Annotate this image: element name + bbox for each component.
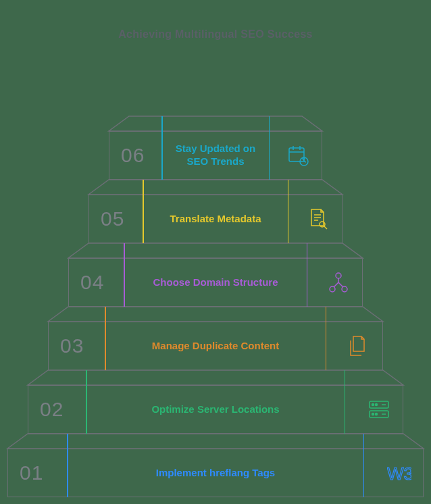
pyramid-diagram: 01 Implement hreflang Tags W3 02 Optimiz… (0, 68, 431, 497)
step-label: Stay Updated on SEO Trends (161, 131, 270, 180)
svg-point-6 (376, 404, 378, 406)
step-label: Manage Duplicate Content (105, 322, 326, 370)
step-number: 05 (101, 207, 124, 230)
svg-marker-2 (28, 370, 403, 385)
svg-point-20 (320, 222, 325, 227)
svg-marker-16 (88, 180, 343, 195)
step-06: 06 Stay Updated on SEO Trends (109, 131, 322, 180)
svg-rect-23 (289, 148, 304, 161)
diagram-title: Achieving Multilingual SEO Success (0, 28, 431, 41)
svg-marker-0 (7, 434, 424, 449)
step-label: Implement hreflang Tags (67, 449, 364, 497)
step-04: 04 Choose Domain Structure (68, 258, 363, 307)
svg-marker-11 (48, 307, 383, 322)
svg-point-7 (372, 413, 374, 415)
calendar-refresh-icon (286, 143, 310, 168)
svg-line-21 (324, 226, 327, 229)
svg-point-13 (336, 273, 341, 278)
svg-marker-12 (68, 243, 363, 258)
step-number: 04 (80, 271, 104, 294)
svg-point-8 (376, 413, 378, 415)
step-02: 02 Optimize Server Locations (28, 385, 403, 434)
step-label: Optimize Server Locations (86, 385, 345, 434)
step-number: 02 (40, 398, 64, 421)
svg-point-5 (372, 404, 374, 406)
doc-search-icon (306, 207, 330, 231)
step-05: 05 Translate Metadata (88, 195, 343, 243)
documents-icon (347, 334, 371, 358)
step-number: 03 (60, 334, 84, 357)
step-number: 01 (20, 461, 43, 484)
step-03: 03 Manage Duplicate Content (48, 322, 383, 370)
step-label: Choose Domain Structure (124, 258, 307, 307)
svg-text:W3: W3 (387, 463, 411, 484)
step-number: 06 (121, 144, 145, 167)
step-label: Translate Metadata (143, 195, 288, 243)
w3-icon: W3 (387, 461, 411, 485)
tree-icon (326, 270, 351, 295)
svg-marker-22 (109, 116, 322, 131)
step-01: 01 Implement hreflang Tags W3 (7, 449, 424, 497)
server-icon (367, 397, 391, 422)
